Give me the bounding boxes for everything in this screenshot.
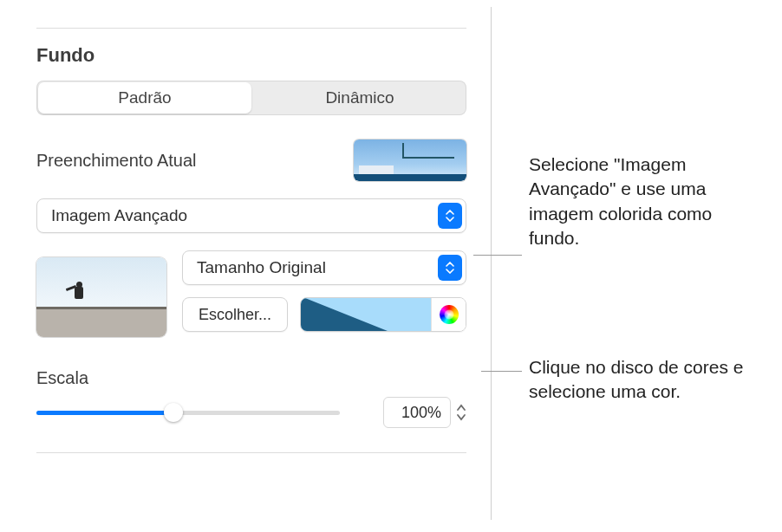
callout-text-1: Selecione "Imagem Avançado" e use uma im… xyxy=(529,152,763,250)
background-image-thumbnail[interactable] xyxy=(36,257,166,337)
choose-image-button[interactable]: Escolher... xyxy=(182,297,288,332)
fill-type-popup[interactable]: Imagem Avançado xyxy=(36,198,466,233)
fill-type-value: Imagem Avançado xyxy=(51,206,187,225)
updown-icon xyxy=(438,255,462,281)
image-scale-mode-popup[interactable]: Tamanho Original xyxy=(182,250,466,285)
stepper-up-icon[interactable] xyxy=(456,403,466,412)
background-inspector-panel: Fundo Padrão Dinâmico Preenchimento Atua… xyxy=(12,7,492,520)
slider-thumb[interactable] xyxy=(164,403,183,422)
slider-fill xyxy=(36,411,173,415)
scale-slider[interactable] xyxy=(36,400,340,425)
scale-value-field[interactable]: 100% xyxy=(383,397,451,428)
tint-color-swatch[interactable] xyxy=(301,298,431,331)
color-disc-icon xyxy=(440,305,459,324)
callout-leader-2 xyxy=(481,371,522,372)
current-fill-label: Preenchimento Atual xyxy=(36,151,197,171)
tab-padrao[interactable]: Padrão xyxy=(38,82,251,114)
tab-dinamico[interactable]: Dinâmico xyxy=(253,81,466,115)
scale-stepper[interactable]: 100% xyxy=(383,397,466,428)
background-mode-segmented[interactable]: Padrão Dinâmico xyxy=(36,81,466,115)
updown-icon xyxy=(438,203,462,229)
image-scale-mode-value: Tamanho Original xyxy=(197,258,326,277)
callout-text-2: Clique no disco de cores e selecione uma… xyxy=(529,355,763,405)
divider xyxy=(36,28,466,29)
color-picker-button[interactable] xyxy=(431,298,466,331)
section-title-fundo: Fundo xyxy=(36,44,466,67)
stepper-down-icon[interactable] xyxy=(456,413,466,422)
divider xyxy=(36,452,466,453)
tint-color-well[interactable] xyxy=(300,297,466,332)
callout-leader-1 xyxy=(473,255,522,256)
scale-label: Escala xyxy=(36,368,466,388)
current-fill-thumbnail[interactable] xyxy=(354,139,466,181)
